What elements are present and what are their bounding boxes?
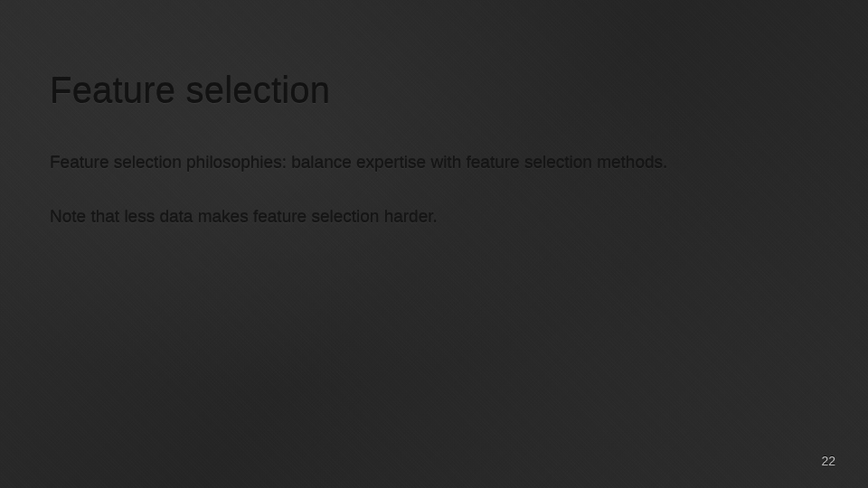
slide-container: Feature selection Feature selection phil…	[0, 0, 868, 488]
slide-title: Feature selection	[50, 70, 818, 111]
slide-paragraph-1: Feature selection philosophies: balance …	[50, 151, 818, 174]
page-number: 22	[821, 454, 835, 468]
slide-paragraph-2: Note that less data makes feature select…	[50, 205, 818, 229]
